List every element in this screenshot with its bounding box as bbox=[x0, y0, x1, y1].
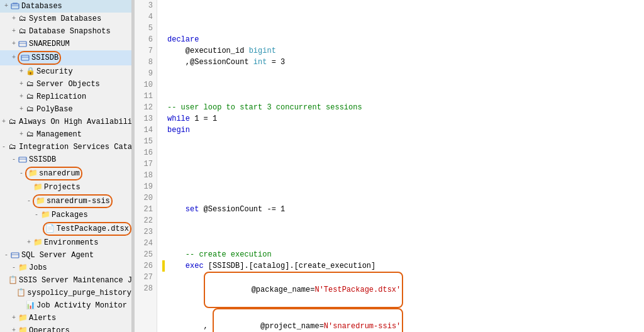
label-environments: Environments bbox=[44, 237, 131, 248]
tree-item-replication[interactable]: + 🗂 Replication bbox=[0, 91, 131, 103]
snaredrum-cat-highlight: 📁 snaredrum bbox=[25, 167, 82, 180]
tree-item-job-monitor[interactable]: 📊 Job Activity Monitor bbox=[0, 299, 131, 312]
tree-item-always-on[interactable]: + 🗂 Always On High Availability bbox=[0, 116, 131, 128]
label-integration-services: Integration Services Catalogs bbox=[19, 141, 132, 153]
tree-item-snaredrum-cat[interactable]: - 📁 snaredrum bbox=[0, 166, 131, 181]
label-ssisdb-cat: SSISDB bbox=[29, 154, 131, 165]
icon-operators: 📁 bbox=[18, 326, 28, 332]
expander-integration-services[interactable]: - bbox=[0, 141, 8, 153]
code-line-10: begin bbox=[162, 124, 644, 136]
svg-rect-3 bbox=[19, 42, 26, 47]
expander-jobs[interactable]: - bbox=[10, 262, 18, 274]
expander-replication[interactable]: + bbox=[18, 91, 25, 102]
code-line-18: , @project_name=N'snaredrum-ssis' bbox=[162, 308, 644, 332]
tree-item-projects[interactable]: 📁 Projects bbox=[0, 181, 131, 194]
code-content[interactable]: declare @execution_id bigint ,@SessionCo… bbox=[157, 0, 644, 332]
icon-ssisdb-top bbox=[20, 53, 30, 63]
expander-snaredrum-cat[interactable]: - bbox=[18, 168, 25, 179]
expander-system-databases[interactable]: + bbox=[10, 13, 18, 25]
label-replication: Replication bbox=[36, 91, 131, 102]
icon-databases bbox=[10, 1, 20, 11]
icon-jobs: 📁 bbox=[18, 263, 28, 273]
icon-environments: 📁 bbox=[33, 238, 43, 248]
tree-item-system-databases[interactable]: + 🗂 System Databases bbox=[0, 13, 131, 25]
tree-item-packages[interactable]: - 📁 Packages bbox=[0, 209, 131, 221]
code-line-16: exec [SSISDB].[catalog].[create_executio… bbox=[162, 260, 644, 272]
icon-polybase: 🗂 bbox=[25, 104, 35, 114]
expander-security[interactable]: + bbox=[18, 66, 25, 77]
tree-item-environments[interactable]: + 📁 Environments bbox=[0, 236, 131, 249]
svg-rect-9 bbox=[11, 253, 19, 258]
expander-syspolicy[interactable] bbox=[8, 287, 16, 299]
tree-item-ssisdb-cat[interactable]: - SSISDB bbox=[0, 153, 131, 166]
tree-item-testpackage[interactable]: 📄 TestPackage.dtsx bbox=[0, 221, 131, 236]
icon-testpackage: 📄 bbox=[45, 224, 55, 234]
code-line-5: @execution_id bigint bbox=[162, 45, 644, 57]
code-line-7 bbox=[162, 68, 644, 102]
expander-sql-agent[interactable]: - bbox=[3, 250, 10, 261]
code-line-14 bbox=[162, 215, 644, 249]
icon-packages: 📁 bbox=[40, 210, 50, 220]
label-operators: Operators bbox=[29, 325, 131, 332]
expander-environments[interactable]: + bbox=[25, 237, 33, 248]
tree-item-db-snapshots[interactable]: + 🗂 Database Snapshots bbox=[0, 25, 131, 38]
code-line-9: while 1 = 1 bbox=[162, 113, 644, 124]
expander-testpackage[interactable] bbox=[35, 223, 43, 235]
tree-item-integration-services[interactable]: - 🗂 Integration Services Catalogs bbox=[0, 141, 131, 153]
tree-item-sql-agent[interactable]: - SQL Server Agent bbox=[0, 249, 131, 262]
expander-projects[interactable] bbox=[25, 182, 33, 193]
expander-job-monitor[interactable] bbox=[18, 300, 25, 311]
expander-snaredrum-ssis[interactable]: - bbox=[25, 196, 33, 207]
expander-ssisdb-cat[interactable]: - bbox=[10, 154, 18, 165]
expander-databases[interactable]: + bbox=[3, 1, 10, 12]
code-line-3 bbox=[162, 0, 644, 34]
label-ssisdb-top: SSISDB bbox=[31, 52, 58, 64]
tree-item-jobs[interactable]: - 📁 Jobs bbox=[0, 262, 131, 274]
tree-item-polybase[interactable]: + 🗂 PolyBase bbox=[0, 103, 131, 116]
testpackage-highlight: 📄 TestPackage.dtsx bbox=[43, 222, 131, 236]
label-sql-agent: SQL Server Agent bbox=[21, 250, 131, 261]
expander-always-on[interactable]: + bbox=[0, 116, 8, 128]
expander-management[interactable]: + bbox=[18, 129, 25, 140]
label-always-on: Always On High Availability bbox=[19, 116, 132, 128]
svg-rect-5 bbox=[21, 55, 29, 60]
icon-sql-agent bbox=[10, 250, 20, 260]
icon-management: 🗂 bbox=[25, 130, 35, 140]
expander-operators[interactable]: + bbox=[10, 325, 18, 332]
tree-item-ssis-job[interactable]: 📋 SSIS Server Maintenance Job bbox=[0, 274, 131, 287]
expander-ssisdb-top[interactable]: + bbox=[10, 52, 18, 64]
tree-item-server-objects[interactable]: + 🗂 Server Objects bbox=[0, 78, 131, 91]
ssisdb-top-highlight: SSISDB bbox=[18, 51, 61, 65]
expander-snaredrum[interactable]: + bbox=[10, 38, 18, 50]
expander-ssis-job[interactable] bbox=[0, 275, 8, 286]
label-system-databases: System Databases bbox=[29, 13, 131, 25]
tree-item-databases[interactable]: + Databases bbox=[0, 0, 131, 13]
label-syspolicy: syspolicy_purge_history bbox=[27, 287, 131, 299]
tree-item-security[interactable]: + 🔒 Security bbox=[0, 65, 131, 78]
expander-db-snapshots[interactable]: + bbox=[10, 26, 18, 37]
expander-polybase[interactable]: + bbox=[18, 104, 25, 115]
label-jobs: Jobs bbox=[29, 262, 131, 274]
icon-ssisdb-cat bbox=[18, 155, 28, 165]
tree-item-management[interactable]: + 🗂 Management bbox=[0, 128, 131, 141]
tree-item-syspolicy[interactable]: 📋 syspolicy_purge_history bbox=[0, 287, 131, 299]
icon-system-databases: 🗂 bbox=[18, 14, 28, 24]
label-ssis-job: SSIS Server Maintenance Job bbox=[19, 275, 132, 286]
code-editor: 3 4 5 6 7 8 9 10 11 12 13 14 15 16 17 18… bbox=[135, 0, 644, 332]
label-polybase: PolyBase bbox=[36, 104, 131, 115]
label-management: Management bbox=[36, 129, 131, 140]
label-packages: Packages bbox=[52, 209, 131, 221]
tree-item-operators[interactable]: + 📁 Operators bbox=[0, 324, 131, 332]
tree-item-ssisdb-top[interactable]: + SSISDB bbox=[0, 50, 131, 65]
tree-item-alerts[interactable]: + 📁 Alerts bbox=[0, 312, 131, 324]
tree-item-snaredrum[interactable]: + SNAREDRUM bbox=[0, 38, 131, 50]
expander-packages[interactable]: - bbox=[33, 209, 40, 221]
label-security: Security bbox=[36, 66, 131, 77]
line-numbers: 3 4 5 6 7 8 9 10 11 12 13 14 15 16 17 18… bbox=[135, 0, 157, 332]
svg-rect-1 bbox=[13, 3, 18, 4]
expander-alerts[interactable]: + bbox=[10, 313, 18, 324]
code-line-8: -- user loop to start 3 concurrent sessi… bbox=[162, 102, 644, 113]
tree-item-snaredrum-ssis[interactable]: - 📁 snaredrum-ssis bbox=[0, 194, 131, 209]
code-line-13: set @SessionCount -= 1 bbox=[162, 204, 644, 215]
expander-server-objects[interactable]: + bbox=[18, 79, 25, 90]
